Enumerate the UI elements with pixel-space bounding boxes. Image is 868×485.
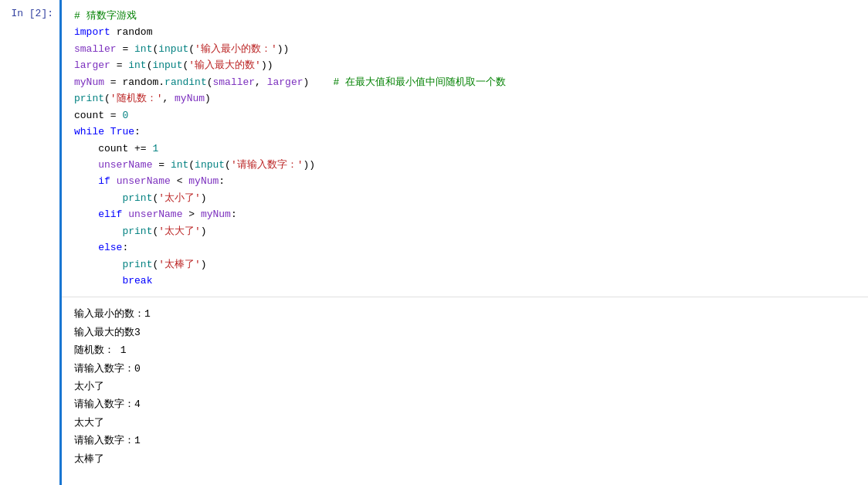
code-line-16: print('太棒了') bbox=[74, 256, 856, 273]
code-line-10: unserName = int(input('请输入数字：')) bbox=[74, 157, 856, 173]
code-line-15: else: bbox=[74, 239, 856, 256]
prompt-label: In [2]: bbox=[11, 8, 53, 19]
code-line-9: count += 1 bbox=[74, 141, 856, 157]
code-line-17: break bbox=[74, 273, 856, 289]
code-line-3: smaller = int(input('输入最小的数：')) bbox=[74, 41, 856, 57]
code-line-12: print('太小了') bbox=[74, 190, 856, 206]
output-line-8: 请输入数字：1 bbox=[74, 432, 856, 449]
code-line-6: print('随机数：', myNum) bbox=[74, 90, 856, 107]
output-line-4: 请输入数字：0 bbox=[74, 360, 856, 378]
cell-prompt: In [2]: bbox=[0, 0, 62, 485]
notebook-cell: In [2]: # 猜数字游戏 import random smaller = … bbox=[0, 0, 868, 485]
code-line-13: elif unserName > myNum: bbox=[74, 206, 856, 222]
output-line-2: 输入最大的数3 bbox=[74, 324, 856, 341]
code-line-11: if unserName < myNum: bbox=[74, 173, 856, 189]
code-line-1: # 猜数字游戏 bbox=[74, 8, 856, 24]
output-line-3: 随机数： 1 bbox=[74, 341, 856, 359]
output-line-6: 请输入数字：4 bbox=[74, 395, 856, 413]
output-line-5: 太小了 bbox=[74, 378, 856, 395]
code-line-7: count = 0 bbox=[74, 107, 856, 124]
cell-content: # 猜数字游戏 import random smaller = int(inpu… bbox=[62, 0, 868, 485]
output-area: 输入最小的数：1 输入最大的数3 随机数： 1 请输入数字：0 太小了 请输入数… bbox=[62, 297, 868, 476]
code-line-14: print('太大了') bbox=[74, 223, 856, 239]
code-area: # 猜数字游戏 import random smaller = int(inpu… bbox=[62, 0, 868, 297]
code-line-8: while True: bbox=[74, 124, 856, 140]
output-line-9: 太棒了 bbox=[74, 450, 856, 468]
output-line-7: 太大了 bbox=[74, 414, 856, 432]
code-line-2: import random bbox=[74, 24, 856, 40]
output-line-1: 输入最小的数：1 bbox=[74, 305, 856, 323]
code-line-4: larger = int(input('输入最大的数')) bbox=[74, 57, 856, 73]
code-line-5: myNum = random.randint(smaller, larger) … bbox=[74, 74, 856, 90]
